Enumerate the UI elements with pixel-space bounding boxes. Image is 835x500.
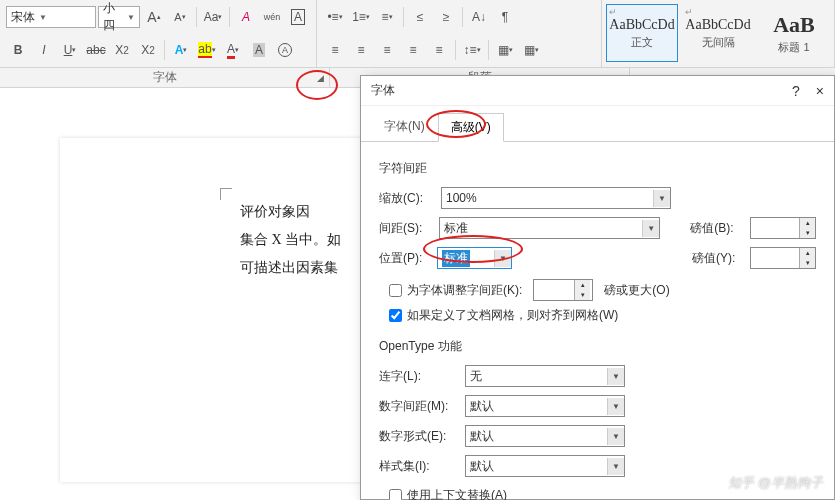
align-right-button[interactable]: ≡ xyxy=(375,38,399,62)
scale-combo[interactable]: 100%▼ xyxy=(441,187,671,209)
multilevel-button[interactable]: ≡▾ xyxy=(375,5,399,29)
text-effects-button[interactable]: A▾ xyxy=(169,38,193,62)
char-border-button[interactable]: A xyxy=(286,5,310,29)
highlight-button[interactable]: ab▾ xyxy=(195,38,219,62)
enclose-char-button[interactable]: A xyxy=(273,38,297,62)
chevron-down-icon: ▼ xyxy=(642,220,659,237)
align-center-button[interactable]: ≡ xyxy=(349,38,373,62)
spin-up-icon[interactable]: ▴ xyxy=(575,280,590,290)
ribbon-styles-group: ↵ AaBbCcDd 正文 ↵ AaBbCcDd 无间隔 AaB 标题 1 xyxy=(602,0,835,67)
shrink-font-button[interactable]: A▾ xyxy=(168,5,192,29)
italic-button[interactable]: I xyxy=(32,38,56,62)
spin-down-icon[interactable]: ▾ xyxy=(575,290,590,300)
superscript-button[interactable]: X2 xyxy=(136,38,160,62)
shading-button[interactable]: ▦▾ xyxy=(493,38,517,62)
font-dialog-launcher[interactable]: ◢ xyxy=(313,71,327,85)
change-case-button[interactable]: Aa▾ xyxy=(201,5,225,29)
section-char-spacing: 字符间距 xyxy=(379,160,816,177)
separator xyxy=(462,7,463,27)
style-item-normal[interactable]: ↵ AaBbCcDd 正文 xyxy=(606,4,678,62)
align-left-button[interactable]: ≡ xyxy=(323,38,347,62)
grow-font-button[interactable]: A▴ xyxy=(142,5,166,29)
sort-button[interactable]: A↓ xyxy=(467,5,491,29)
ligatures-label: 连字(L): xyxy=(379,368,459,385)
section-opentype: OpenType 功能 xyxy=(379,338,816,355)
position-pt-input[interactable] xyxy=(751,248,799,268)
help-button[interactable]: ? xyxy=(792,83,800,99)
font-size-value: 小四 xyxy=(103,0,123,34)
spin-up-icon[interactable]: ▴ xyxy=(800,248,815,258)
spacing-pt-label: 磅值(B): xyxy=(690,220,744,237)
spin-up-icon[interactable]: ▴ xyxy=(800,218,815,228)
chevron-down-icon: ▼ xyxy=(494,250,511,267)
ligatures-combo[interactable]: 无▼ xyxy=(465,365,625,387)
underline-button[interactable]: U▾ xyxy=(58,38,82,62)
clear-format-button[interactable]: A xyxy=(234,5,258,29)
kerning-label: 为字体调整字间距(K): xyxy=(407,282,522,299)
kerning-spinner[interactable]: ▴▾ xyxy=(533,279,593,301)
dialog-body: 字符间距 缩放(C): 100%▼ 间距(S): 标准▼ 磅值(B): ▴▾ 位… xyxy=(361,142,834,500)
numform-combo[interactable]: 默认▼ xyxy=(465,425,625,447)
chevron-down-icon: ▼ xyxy=(607,428,624,445)
font-color-button[interactable]: A▾ xyxy=(221,38,245,62)
contextual-checkbox[interactable] xyxy=(389,489,402,500)
spin-down-icon[interactable]: ▾ xyxy=(800,258,815,268)
align-justify-button[interactable]: ≡ xyxy=(401,38,425,62)
styleset-combo[interactable]: 默认▼ xyxy=(465,455,625,477)
numbering-button[interactable]: 1≡▾ xyxy=(349,5,373,29)
snap-grid-label: 如果定义了文档网格，则对齐到网格(W) xyxy=(407,307,618,324)
subscript-button[interactable]: X2 xyxy=(110,38,134,62)
dialog-tabs: 字体(N) 高级(V) xyxy=(361,106,834,142)
bold-button[interactable]: B xyxy=(6,38,30,62)
contextual-label: 使用上下文替换(A) xyxy=(407,487,507,500)
spacing-pt-spinner[interactable]: ▴▾ xyxy=(750,217,816,239)
separator xyxy=(403,7,404,27)
font-name-combo[interactable]: 宋体▼ xyxy=(6,6,96,28)
tab-advanced[interactable]: 高级(V) xyxy=(438,113,504,142)
border-button[interactable]: ▦▾ xyxy=(519,38,543,62)
show-marks-button[interactable]: ¶ xyxy=(493,5,517,29)
styleset-label: 样式集(I): xyxy=(379,458,459,475)
spacing-combo[interactable]: 标准▼ xyxy=(439,217,660,239)
position-label: 位置(P): xyxy=(379,250,431,267)
increase-indent-button[interactable]: ≥ xyxy=(434,5,458,29)
tab-font[interactable]: 字体(N) xyxy=(371,112,438,141)
distribute-button[interactable]: ≡ xyxy=(427,38,451,62)
chevron-down-icon: ▼ xyxy=(607,368,624,385)
position-pt-label: 磅值(Y): xyxy=(692,250,744,267)
snap-grid-checkbox[interactable] xyxy=(389,309,402,322)
kerning-input[interactable] xyxy=(534,284,574,297)
chevron-down-icon: ▼ xyxy=(653,190,670,207)
scale-label: 缩放(C): xyxy=(379,190,435,207)
position-pt-spinner[interactable]: ▴▾ xyxy=(750,247,816,269)
strikethrough-button[interactable]: abc xyxy=(84,38,108,62)
dialog-title: 字体 xyxy=(371,82,395,99)
char-shading-button[interactable]: A xyxy=(247,38,271,62)
line-spacing-button[interactable]: ↕≡▾ xyxy=(460,38,484,62)
separator xyxy=(229,7,230,27)
separator xyxy=(164,40,165,60)
ribbon: 宋体▼ 小四▼ A▴ A▾ Aa▾ A wén A B I U▾ abc X2 … xyxy=(0,0,835,68)
separator xyxy=(196,7,197,27)
margin-corner-icon xyxy=(220,188,232,200)
close-button[interactable]: × xyxy=(816,83,824,99)
chevron-down-icon: ▼ xyxy=(607,458,624,475)
numspacing-combo[interactable]: 默认▼ xyxy=(465,395,625,417)
style-item-nospacing[interactable]: ↵ AaBbCcDd 无间隔 xyxy=(682,4,754,62)
ribbon-paragraph-group: •≡▾ 1≡▾ ≡▾ ≤ ≥ A↓ ¶ ≡ ≡ ≡ ≡ ≡ ↕≡▾ ▦▾ ▦▾ xyxy=(317,0,602,67)
spin-down-icon[interactable]: ▾ xyxy=(800,228,815,238)
phonetic-button[interactable]: wén xyxy=(260,5,284,29)
chevron-down-icon: ▼ xyxy=(607,398,624,415)
font-group-label: 字体 ◢ xyxy=(0,68,330,87)
decrease-indent-button[interactable]: ≤ xyxy=(408,5,432,29)
position-combo[interactable]: 标准▼ xyxy=(437,247,512,269)
kerning-checkbox[interactable] xyxy=(389,284,402,297)
watermark: 知乎 @半熟狗子 xyxy=(728,474,823,492)
chevron-down-icon: ▼ xyxy=(127,13,135,22)
style-item-heading1[interactable]: AaB 标题 1 xyxy=(758,4,830,62)
font-name-value: 宋体 xyxy=(11,9,35,26)
spacing-pt-input[interactable] xyxy=(751,218,799,238)
bullets-button[interactable]: •≡▾ xyxy=(323,5,347,29)
dialog-titlebar[interactable]: 字体 ? × xyxy=(361,76,834,106)
font-size-combo[interactable]: 小四▼ xyxy=(98,6,140,28)
